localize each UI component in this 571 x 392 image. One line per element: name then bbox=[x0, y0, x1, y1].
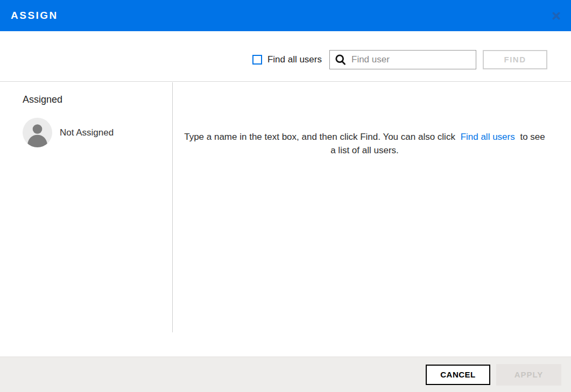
dialog-title: ASSIGN bbox=[11, 10, 58, 22]
search-box bbox=[329, 50, 476, 69]
dialog-body: Assigned Not Assigned Type a name in the bbox=[0, 82, 571, 357]
avatar-icon bbox=[23, 118, 52, 147]
find-button[interactable]: FIND bbox=[483, 50, 547, 69]
assigned-heading: Assigned bbox=[23, 94, 172, 105]
find-all-users-checkbox-row[interactable]: Find all users bbox=[252, 54, 322, 65]
dialog-footer: CANCEL APPLY bbox=[0, 357, 571, 392]
find-all-users-checkbox[interactable] bbox=[252, 55, 262, 65]
assign-dialog: ASSIGN Find all users FIND Assigned bbox=[0, 0, 571, 392]
find-all-users-checkbox-label: Find all users bbox=[267, 54, 322, 65]
assigned-panel: Assigned Not Assigned bbox=[0, 82, 172, 357]
find-all-users-link[interactable]: Find all users bbox=[461, 132, 515, 142]
cancel-button[interactable]: CANCEL bbox=[426, 365, 490, 385]
x-cross-glyph bbox=[552, 12, 560, 20]
dialog-header: ASSIGN bbox=[0, 0, 571, 31]
list-item-label: Not Assigned bbox=[60, 127, 114, 138]
results-panel: Type a name in the text box, and then cl… bbox=[172, 82, 571, 357]
toolbar: Find all users FIND bbox=[0, 31, 571, 82]
instruction-text: Type a name in the text box, and then cl… bbox=[182, 130, 548, 157]
instruction-prefix: Type a name in the text box, and then cl… bbox=[184, 132, 455, 142]
apply-button[interactable]: APPLY bbox=[496, 364, 561, 386]
vertical-divider bbox=[172, 82, 173, 332]
close-icon[interactable] bbox=[552, 11, 560, 20]
search-input[interactable] bbox=[329, 50, 476, 69]
list-item[interactable]: Not Assigned bbox=[23, 118, 172, 147]
